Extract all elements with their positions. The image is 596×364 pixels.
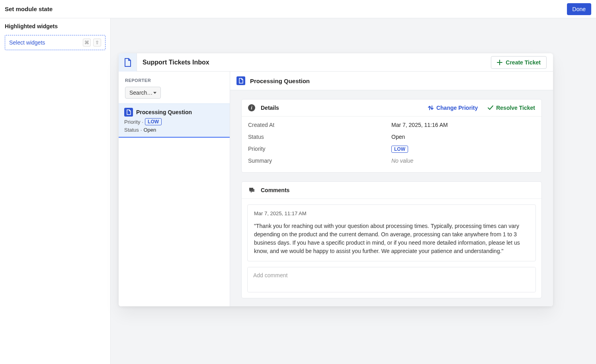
created-at-value: Mar 7, 2025, 11:16 AM (391, 122, 535, 128)
page-title: Set module state (5, 6, 53, 12)
app-module: Support Tickets Inbox Create Ticket REPO… (119, 53, 553, 306)
chevron-down-icon (153, 92, 156, 94)
priority-label: Priority (124, 119, 140, 125)
change-priority-label: Change Priority (436, 105, 478, 111)
shortcut-group: ⌘ ⇧ (83, 39, 101, 47)
change-priority-button[interactable]: Change Priority (428, 105, 478, 111)
left-panel: Highlighted widgets Select widgets ⌘ ⇧ (0, 18, 111, 364)
detail-title: Processing Question (250, 78, 310, 84)
summary-value: No value (391, 158, 535, 164)
cmd-key-icon: ⌘ (83, 39, 91, 47)
plus-icon (497, 60, 502, 65)
resolve-ticket-button[interactable]: Resolve Ticket (487, 105, 535, 111)
check-icon (487, 105, 494, 111)
reporter-select[interactable]: Search… (125, 87, 161, 99)
select-widgets-label: Select widgets (9, 39, 45, 46)
created-at-label: Created At (248, 122, 391, 128)
comment-timestamp: Mar 7, 2025, 11:17 AM (254, 210, 529, 216)
priority-badge: LOW (391, 146, 408, 153)
status-value: Open (391, 134, 535, 140)
comments-icon (248, 187, 255, 194)
comments-heading: Comments (261, 187, 289, 193)
ticket-list-item[interactable]: Processing Question Priority · LOW Statu… (119, 103, 230, 138)
app-header: Support Tickets Inbox Create Ticket (119, 53, 553, 72)
create-ticket-label: Create Ticket (506, 59, 541, 66)
priority-badge: LOW (145, 118, 162, 125)
summary-label: Summary (248, 158, 391, 164)
details-heading: Details (261, 105, 279, 111)
comment-body: "Thank you for reaching out with your qu… (254, 222, 529, 255)
shift-key-icon: ⇧ (93, 39, 101, 47)
document-icon (124, 58, 132, 67)
status-value: Open (143, 127, 156, 133)
app-icon (119, 53, 137, 72)
info-icon: i (248, 104, 255, 111)
ticket-list-column: REPORTER Search… Processing Question (119, 72, 230, 306)
comments-panel: Comments Mar 7, 2025, 11:17 AM "Thank yo… (241, 181, 542, 298)
app-title: Support Tickets Inbox (143, 59, 209, 66)
done-button[interactable]: Done (567, 3, 591, 15)
status-label: Status (124, 127, 139, 133)
ticket-title: Processing Question (136, 109, 192, 115)
comment-item: Mar 7, 2025, 11:17 AM "Thank you for rea… (247, 204, 536, 261)
reporter-label: REPORTER (119, 72, 230, 87)
resolve-ticket-label: Resolve Ticket (496, 105, 535, 111)
priority-label: Priority (248, 146, 391, 152)
add-comment-box[interactable] (247, 267, 536, 292)
create-ticket-button[interactable]: Create Ticket (491, 56, 547, 69)
details-panel: i Details Change Priority (241, 99, 542, 173)
ticket-detail-column: Processing Question i Details (230, 72, 553, 306)
detail-header: Processing Question (230, 72, 553, 90)
highlighted-widgets-heading: Highlighted widgets (5, 23, 106, 29)
document-icon (124, 108, 133, 117)
add-comment-input[interactable] (248, 267, 535, 292)
document-icon (236, 76, 245, 85)
status-label: Status (248, 134, 391, 140)
select-widgets-button[interactable]: Select widgets ⌘ ⇧ (5, 35, 106, 50)
sort-icon (428, 105, 434, 111)
canvas: Support Tickets Inbox Create Ticket REPO… (111, 18, 596, 364)
reporter-select-label: Search… (129, 90, 152, 96)
